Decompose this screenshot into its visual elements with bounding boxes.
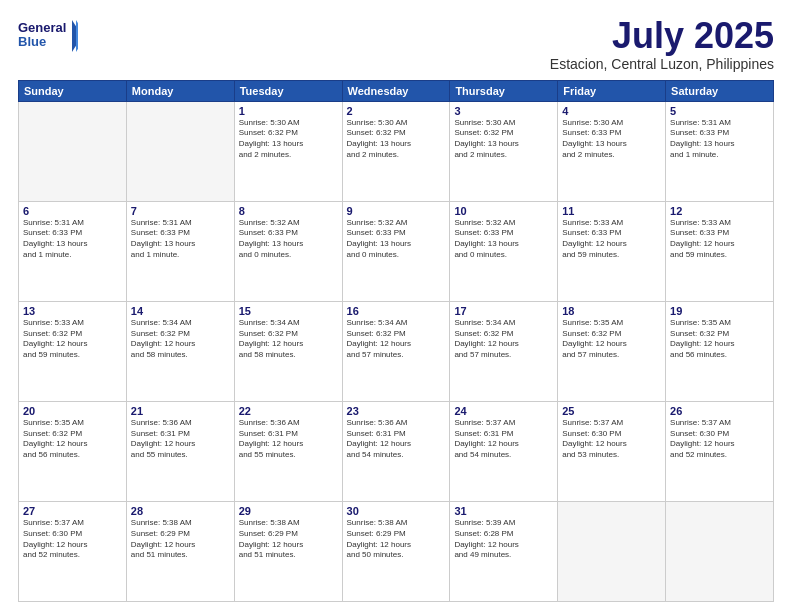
- day-details: Sunrise: 5:30 AM Sunset: 6:32 PM Dayligh…: [347, 118, 446, 161]
- day-number: 30: [347, 505, 446, 517]
- calendar-cell: [126, 101, 234, 201]
- calendar-week-row: 6Sunrise: 5:31 AM Sunset: 6:33 PM Daylig…: [19, 201, 774, 301]
- day-details: Sunrise: 5:30 AM Sunset: 6:32 PM Dayligh…: [239, 118, 338, 161]
- calendar-header-cell: Tuesday: [234, 80, 342, 101]
- day-number: 17: [454, 305, 553, 317]
- day-number: 20: [23, 405, 122, 417]
- day-number: 1: [239, 105, 338, 117]
- svg-marker-3: [76, 20, 78, 52]
- day-number: 25: [562, 405, 661, 417]
- calendar-cell: [666, 501, 774, 601]
- calendar-week-row: 27Sunrise: 5:37 AM Sunset: 6:30 PM Dayli…: [19, 501, 774, 601]
- svg-text:General: General: [18, 20, 66, 35]
- day-number: 21: [131, 405, 230, 417]
- day-number: 11: [562, 205, 661, 217]
- day-number: 24: [454, 405, 553, 417]
- day-details: Sunrise: 5:36 AM Sunset: 6:31 PM Dayligh…: [239, 418, 338, 461]
- day-details: Sunrise: 5:38 AM Sunset: 6:29 PM Dayligh…: [239, 518, 338, 561]
- day-details: Sunrise: 5:32 AM Sunset: 6:33 PM Dayligh…: [454, 218, 553, 261]
- calendar-cell: 16Sunrise: 5:34 AM Sunset: 6:32 PM Dayli…: [342, 301, 450, 401]
- day-details: Sunrise: 5:34 AM Sunset: 6:32 PM Dayligh…: [239, 318, 338, 361]
- day-details: Sunrise: 5:34 AM Sunset: 6:32 PM Dayligh…: [347, 318, 446, 361]
- calendar-cell: 8Sunrise: 5:32 AM Sunset: 6:33 PM Daylig…: [234, 201, 342, 301]
- day-details: Sunrise: 5:33 AM Sunset: 6:32 PM Dayligh…: [23, 318, 122, 361]
- day-number: 6: [23, 205, 122, 217]
- calendar-cell: 19Sunrise: 5:35 AM Sunset: 6:32 PM Dayli…: [666, 301, 774, 401]
- calendar-cell: 9Sunrise: 5:32 AM Sunset: 6:33 PM Daylig…: [342, 201, 450, 301]
- calendar-cell: 6Sunrise: 5:31 AM Sunset: 6:33 PM Daylig…: [19, 201, 127, 301]
- day-details: Sunrise: 5:37 AM Sunset: 6:30 PM Dayligh…: [670, 418, 769, 461]
- day-details: Sunrise: 5:34 AM Sunset: 6:32 PM Dayligh…: [131, 318, 230, 361]
- calendar-cell: 1Sunrise: 5:30 AM Sunset: 6:32 PM Daylig…: [234, 101, 342, 201]
- calendar-cell: 22Sunrise: 5:36 AM Sunset: 6:31 PM Dayli…: [234, 401, 342, 501]
- day-number: 23: [347, 405, 446, 417]
- day-details: Sunrise: 5:32 AM Sunset: 6:33 PM Dayligh…: [239, 218, 338, 261]
- day-details: Sunrise: 5:39 AM Sunset: 6:28 PM Dayligh…: [454, 518, 553, 561]
- calendar-cell: 29Sunrise: 5:38 AM Sunset: 6:29 PM Dayli…: [234, 501, 342, 601]
- day-details: Sunrise: 5:36 AM Sunset: 6:31 PM Dayligh…: [347, 418, 446, 461]
- calendar-cell: 10Sunrise: 5:32 AM Sunset: 6:33 PM Dayli…: [450, 201, 558, 301]
- calendar-week-row: 1Sunrise: 5:30 AM Sunset: 6:32 PM Daylig…: [19, 101, 774, 201]
- day-details: Sunrise: 5:35 AM Sunset: 6:32 PM Dayligh…: [670, 318, 769, 361]
- day-number: 28: [131, 505, 230, 517]
- day-number: 5: [670, 105, 769, 117]
- month-title: July 2025: [550, 16, 774, 56]
- calendar-cell: 30Sunrise: 5:38 AM Sunset: 6:29 PM Dayli…: [342, 501, 450, 601]
- header: General Blue July 2025 Estacion, Central…: [18, 16, 774, 72]
- day-number: 15: [239, 305, 338, 317]
- calendar-cell: 7Sunrise: 5:31 AM Sunset: 6:33 PM Daylig…: [126, 201, 234, 301]
- day-number: 26: [670, 405, 769, 417]
- day-number: 31: [454, 505, 553, 517]
- logo: General Blue: [18, 16, 78, 56]
- calendar-cell: 25Sunrise: 5:37 AM Sunset: 6:30 PM Dayli…: [558, 401, 666, 501]
- day-number: 16: [347, 305, 446, 317]
- day-details: Sunrise: 5:30 AM Sunset: 6:33 PM Dayligh…: [562, 118, 661, 161]
- day-number: 9: [347, 205, 446, 217]
- day-number: 14: [131, 305, 230, 317]
- calendar-header-cell: Wednesday: [342, 80, 450, 101]
- day-details: Sunrise: 5:31 AM Sunset: 6:33 PM Dayligh…: [131, 218, 230, 261]
- day-number: 13: [23, 305, 122, 317]
- day-details: Sunrise: 5:31 AM Sunset: 6:33 PM Dayligh…: [23, 218, 122, 261]
- day-details: Sunrise: 5:38 AM Sunset: 6:29 PM Dayligh…: [131, 518, 230, 561]
- calendar-cell: 12Sunrise: 5:33 AM Sunset: 6:33 PM Dayli…: [666, 201, 774, 301]
- day-number: 27: [23, 505, 122, 517]
- calendar-cell: 2Sunrise: 5:30 AM Sunset: 6:32 PM Daylig…: [342, 101, 450, 201]
- day-details: Sunrise: 5:33 AM Sunset: 6:33 PM Dayligh…: [670, 218, 769, 261]
- day-details: Sunrise: 5:37 AM Sunset: 6:30 PM Dayligh…: [23, 518, 122, 561]
- calendar-cell: 20Sunrise: 5:35 AM Sunset: 6:32 PM Dayli…: [19, 401, 127, 501]
- calendar-header-cell: Sunday: [19, 80, 127, 101]
- day-number: 22: [239, 405, 338, 417]
- day-number: 10: [454, 205, 553, 217]
- day-details: Sunrise: 5:38 AM Sunset: 6:29 PM Dayligh…: [347, 518, 446, 561]
- day-details: Sunrise: 5:31 AM Sunset: 6:33 PM Dayligh…: [670, 118, 769, 161]
- calendar-cell: 11Sunrise: 5:33 AM Sunset: 6:33 PM Dayli…: [558, 201, 666, 301]
- day-number: 7: [131, 205, 230, 217]
- calendar-header-cell: Saturday: [666, 80, 774, 101]
- logo-svg: General Blue: [18, 16, 78, 56]
- page: General Blue July 2025 Estacion, Central…: [0, 0, 792, 612]
- calendar-week-row: 13Sunrise: 5:33 AM Sunset: 6:32 PM Dayli…: [19, 301, 774, 401]
- calendar-cell: 27Sunrise: 5:37 AM Sunset: 6:30 PM Dayli…: [19, 501, 127, 601]
- calendar-header-cell: Monday: [126, 80, 234, 101]
- calendar-cell: 24Sunrise: 5:37 AM Sunset: 6:31 PM Dayli…: [450, 401, 558, 501]
- calendar-cell: 14Sunrise: 5:34 AM Sunset: 6:32 PM Dayli…: [126, 301, 234, 401]
- calendar-cell: 23Sunrise: 5:36 AM Sunset: 6:31 PM Dayli…: [342, 401, 450, 501]
- calendar-header-row: SundayMondayTuesdayWednesdayThursdayFrid…: [19, 80, 774, 101]
- calendar-table: SundayMondayTuesdayWednesdayThursdayFrid…: [18, 80, 774, 602]
- day-details: Sunrise: 5:32 AM Sunset: 6:33 PM Dayligh…: [347, 218, 446, 261]
- day-number: 2: [347, 105, 446, 117]
- day-number: 3: [454, 105, 553, 117]
- calendar-cell: 28Sunrise: 5:38 AM Sunset: 6:29 PM Dayli…: [126, 501, 234, 601]
- calendar-cell: 5Sunrise: 5:31 AM Sunset: 6:33 PM Daylig…: [666, 101, 774, 201]
- calendar-cell: 17Sunrise: 5:34 AM Sunset: 6:32 PM Dayli…: [450, 301, 558, 401]
- calendar-cell: 18Sunrise: 5:35 AM Sunset: 6:32 PM Dayli…: [558, 301, 666, 401]
- day-details: Sunrise: 5:35 AM Sunset: 6:32 PM Dayligh…: [562, 318, 661, 361]
- day-details: Sunrise: 5:36 AM Sunset: 6:31 PM Dayligh…: [131, 418, 230, 461]
- day-number: 29: [239, 505, 338, 517]
- day-details: Sunrise: 5:35 AM Sunset: 6:32 PM Dayligh…: [23, 418, 122, 461]
- calendar-cell: 13Sunrise: 5:33 AM Sunset: 6:32 PM Dayli…: [19, 301, 127, 401]
- calendar-cell: 31Sunrise: 5:39 AM Sunset: 6:28 PM Dayli…: [450, 501, 558, 601]
- calendar-header-cell: Thursday: [450, 80, 558, 101]
- calendar-cell: 15Sunrise: 5:34 AM Sunset: 6:32 PM Dayli…: [234, 301, 342, 401]
